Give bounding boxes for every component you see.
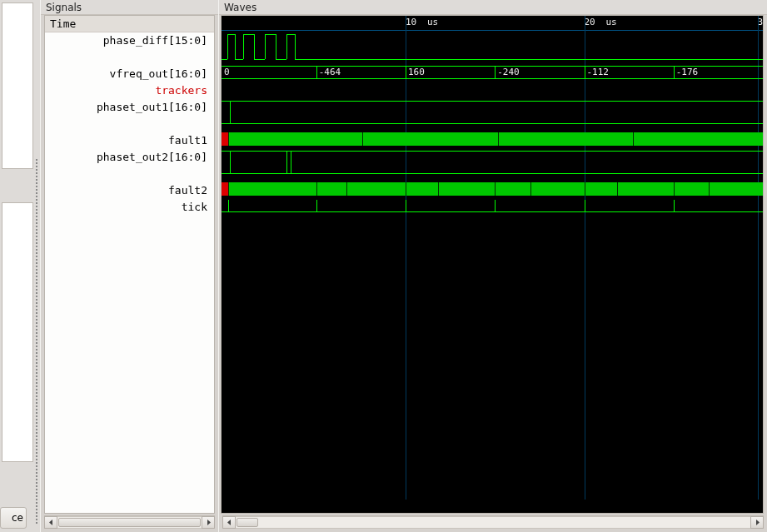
signal-row — [45, 166, 214, 182]
signals-panel: Signals Time phase_diff[15:0] vfreq_out[… — [40, 0, 218, 532]
scroll-left-icon[interactable] — [44, 516, 57, 529]
bus-value: -464 — [316, 66, 341, 79]
signal-row[interactable]: phaset_out2[16:0] — [45, 149, 214, 166]
splitter-handle[interactable] — [35, 158, 38, 524]
track-tick — [222, 197, 763, 214]
ruler-label: us — [427, 17, 438, 27]
time-ruler: 10us20us30 — [222, 16, 763, 31]
track-vfreq-out: 0-464160-240-112-176 — [222, 64, 763, 81]
ruler-label: 10 — [406, 17, 416, 27]
signal-row[interactable]: vfreq_out[16:0] — [45, 66, 214, 82]
signal-group-trackers[interactable]: trackers — [45, 82, 214, 99]
track-phaset-out1 — [222, 97, 763, 127]
bus-value: -240 — [495, 66, 520, 79]
scroll-thumb[interactable] — [237, 518, 258, 527]
track-fault1 — [222, 131, 763, 147]
left-gutter: ce — [0, 0, 40, 532]
left-lower-frame — [2, 202, 33, 462]
scroll-right-icon[interactable] — [202, 516, 215, 529]
signal-row[interactable]: phaset_out1[16:0] — [45, 99, 214, 116]
waves-hscrollbar[interactable] — [222, 515, 764, 529]
bus-value: 160 — [406, 66, 425, 79]
bus-value: -176 — [674, 66, 699, 79]
signal-list[interactable]: Time phase_diff[15:0] vfreq_out[16:0] tr… — [44, 15, 215, 514]
signal-time-header[interactable]: Time — [45, 16, 214, 32]
grid-line — [585, 16, 585, 500]
left-upper-frame — [2, 2, 33, 169]
svg-marker-2 — [227, 520, 231, 525]
scroll-thumb[interactable] — [58, 518, 201, 527]
svg-marker-3 — [756, 520, 760, 525]
signal-row — [45, 49, 214, 66]
truncated-button[interactable]: ce — [0, 507, 27, 529]
waves-panel-title: Waves — [219, 0, 767, 15]
signals-panel-title: Signals — [41, 0, 218, 15]
signals-hscrollbar[interactable] — [44, 515, 215, 529]
svg-marker-0 — [49, 520, 52, 525]
ruler-label: 20 — [585, 17, 595, 27]
scroll-left-icon[interactable] — [222, 516, 236, 529]
svg-marker-1 — [207, 520, 211, 525]
grid-line — [406, 16, 406, 500]
scroll-right-icon[interactable] — [750, 516, 764, 529]
ruler-label: us — [606, 17, 617, 27]
signal-row[interactable]: fault2 — [45, 182, 214, 199]
waveform-viewport[interactable]: 10us20us300-464160-240-112-176 — [221, 15, 764, 514]
bus-value: 0 — [222, 66, 230, 79]
scroll-trough[interactable] — [236, 516, 750, 529]
track-phase-diff — [222, 31, 763, 61]
scroll-trough[interactable] — [57, 516, 202, 529]
bus-value: -112 — [585, 66, 610, 79]
signal-row[interactable]: phase_diff[15:0] — [45, 32, 214, 49]
track-fault2 — [222, 181, 763, 197]
signal-row[interactable]: fault1 — [45, 132, 214, 149]
grid-line — [758, 16, 759, 500]
waves-panel: Waves 10us20us300-464160-240-112-176 — [218, 0, 767, 532]
track-phaset-out2 — [222, 147, 763, 177]
signal-row[interactable]: tick — [45, 199, 214, 216]
signal-row — [45, 116, 214, 132]
